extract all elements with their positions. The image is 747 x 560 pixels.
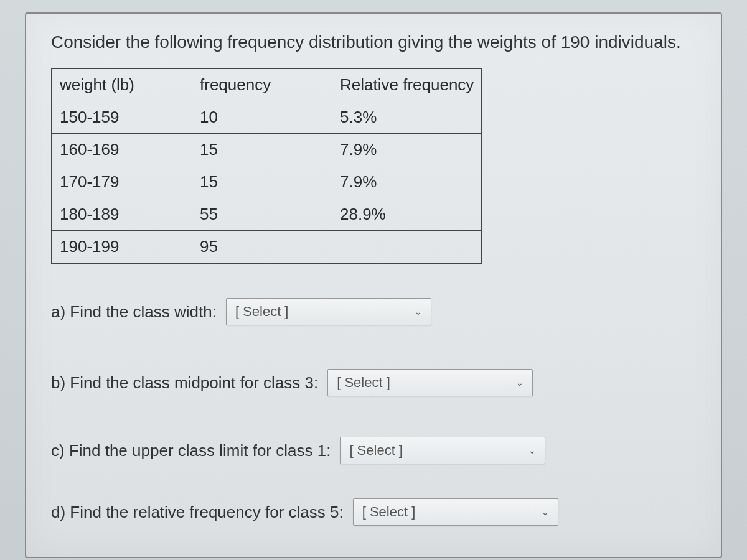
question-b-label: b) Find the class midpoint for class 3: [51,373,318,393]
table-row: 190-199 95 [52,231,482,264]
question-panel: Consider the following frequency distrib… [25,12,722,558]
chevron-down-icon: ⌄ [516,378,524,388]
cell-frequency: 55 [192,198,332,231]
question-a-row: a) Find the class width: [ Select ] ⌄ [51,298,696,325]
cell-relfreq: 7.9% [332,134,482,166]
chevron-down-icon: ⌄ [542,507,549,517]
cell-weight: 170-179 [52,166,192,198]
select-placeholder: [ Select ] [362,504,416,520]
question-b-row: b) Find the class midpoint for class 3: … [51,369,696,396]
question-a-label: a) Find the class width: [51,302,217,322]
cell-relfreq: 28.9% [332,198,482,231]
table-row: 150-159 10 5.3% [52,101,482,134]
cell-weight: 150-159 [52,101,192,134]
cell-weight: 160-169 [52,134,192,166]
select-placeholder: [ Select ] [235,304,289,320]
question-c-label: c) Find the upper class limit for class … [51,441,331,460]
cell-weight: 180-189 [52,198,192,231]
cell-frequency: 15 [192,166,332,198]
question-c-row: c) Find the upper class limit for class … [51,437,696,464]
cell-frequency: 10 [192,101,332,134]
frequency-table: weight (lb) frequency Relative frequency… [51,68,482,264]
header-weight: weight (lb) [52,68,192,101]
chevron-down-icon: ⌄ [529,446,536,455]
question-d-label: d) Find the relative frequency for class… [51,503,344,522]
header-frequency: frequency [192,68,332,101]
header-relfreq: Relative frequency [332,68,482,101]
cell-frequency: 15 [192,134,332,166]
select-d[interactable]: [ Select ] ⌄ [353,498,558,526]
cell-frequency: 95 [192,231,332,264]
select-c[interactable]: [ Select ] ⌄ [340,437,545,464]
chevron-down-icon: ⌄ [415,307,422,317]
cell-relfreq [332,231,482,264]
table-row: 170-179 15 7.9% [52,166,482,198]
table-row: 160-169 15 7.9% [52,134,482,166]
table-header-row: weight (lb) frequency Relative frequency [52,68,482,101]
intro-text: Consider the following frequency distrib… [51,32,696,52]
select-placeholder: [ Select ] [337,375,390,391]
cell-relfreq: 7.9% [332,166,482,198]
select-placeholder: [ Select ] [349,442,403,459]
select-b[interactable]: [ Select ] ⌄ [327,369,533,396]
table-row: 180-189 55 28.9% [52,198,482,231]
select-a[interactable]: [ Select ] ⌄ [226,298,431,325]
cell-relfreq: 5.3% [332,101,482,134]
question-d-row: d) Find the relative frequency for class… [51,498,696,526]
cell-weight: 190-199 [52,231,192,264]
